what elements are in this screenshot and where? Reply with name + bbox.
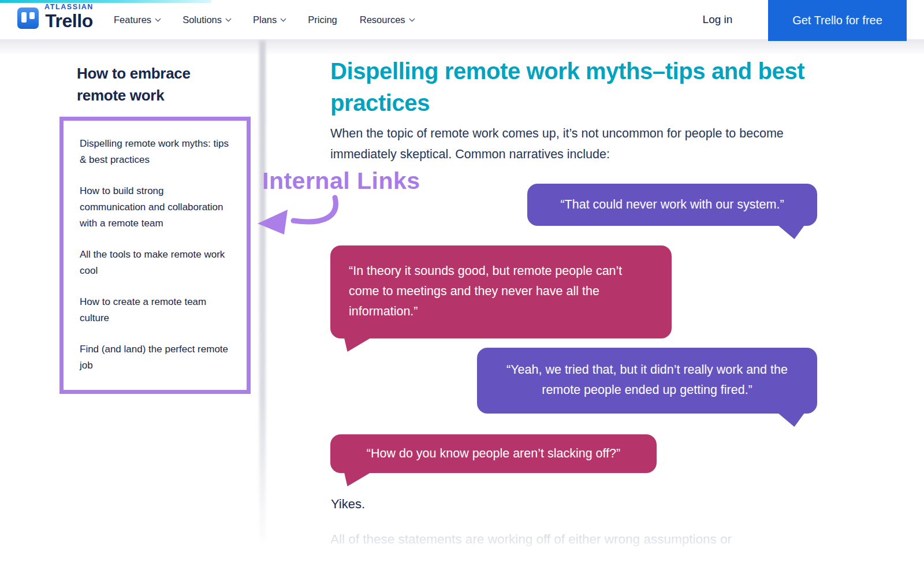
chevron-down-icon [226, 16, 232, 21]
panel-divider [259, 40, 266, 549]
nav-item-pricing[interactable]: Pricing [308, 14, 337, 25]
annotation-arrow-icon [249, 191, 348, 241]
sidebar-link-dispelling-myths[interactable]: Dispelling remote work myths: tips & bes… [80, 136, 230, 168]
reaction-text: Yikes. [331, 497, 365, 512]
bubble-tail [778, 225, 804, 239]
internal-links-box: Dispelling remote work myths: tips & bes… [59, 117, 251, 394]
nav-item-resources[interactable]: Resources [360, 14, 414, 25]
header-drop-shadow [0, 39, 924, 55]
chevron-down-icon [281, 16, 286, 21]
get-trello-free-button[interactable]: Get Trello for free [768, 0, 907, 41]
article-title: Dispelling remote work myths–tips and be… [330, 55, 810, 119]
nav-item-plans[interactable]: Plans [253, 14, 285, 25]
bubble-tail [344, 338, 371, 352]
faded-paragraph: All of these statements are working off … [330, 532, 827, 547]
sidebar-link-communication[interactable]: How to build strong communication and co… [80, 183, 230, 232]
sidebar-link-team-culture[interactable]: How to create a remote team culture [80, 294, 230, 326]
speech-bubble-tried-that: “Yeah, we tried that, but it didn’t real… [477, 348, 817, 414]
chevron-down-icon [409, 16, 415, 21]
trello-logo[interactable]: ATLASSIAN Trello [17, 3, 94, 30]
page: ATLASSIAN Trello Features Solutions Plan… [0, 0, 924, 562]
bubble-tail [778, 413, 804, 427]
nav-item-solutions[interactable]: Solutions [182, 14, 230, 25]
bubble-tail [344, 472, 371, 486]
sidebar-title: How to embrace remote work [77, 62, 215, 106]
trello-board-icon [17, 8, 39, 29]
article-intro: When the topic of remote work comes up, … [330, 123, 815, 165]
sidebar-link-tools[interactable]: All the tools to make remote work cool [80, 247, 230, 279]
login-link[interactable]: Log in [696, 0, 739, 39]
trello-wordmark: Trello [45, 12, 92, 30]
atlassian-wordmark: ATLASSIAN [44, 3, 94, 11]
speech-bubble-never-work: “That could never work with our system.” [527, 184, 817, 226]
top-navigation-bar: ATLASSIAN Trello Features Solutions Plan… [0, 0, 924, 39]
sidebar-link-remote-job[interactable]: Find (and land) the perfect remote job [80, 341, 230, 374]
main-nav: Features Solutions Plans Pricing Resourc… [114, 0, 414, 39]
speech-bubble-slacking-off: “How do you know people aren’t slacking … [330, 434, 657, 473]
speech-bubble-in-theory: “In theory it sounds good, but remote pe… [330, 245, 672, 338]
nav-item-features[interactable]: Features [114, 14, 160, 25]
chevron-down-icon [155, 16, 161, 21]
